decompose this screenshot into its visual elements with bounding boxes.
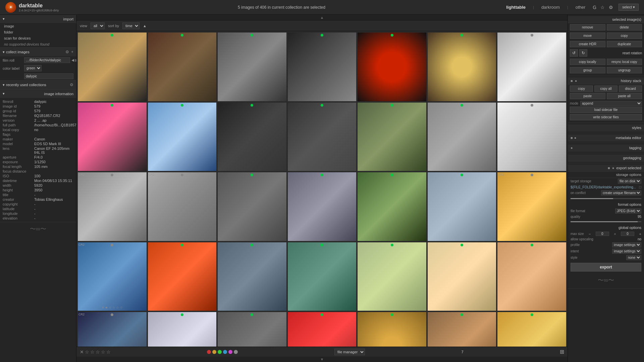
thumb-16[interactable]: CR2 bbox=[148, 172, 217, 241]
geotagging-header[interactable]: geotagging bbox=[568, 155, 644, 162]
export-dot-icon[interactable]: ● bbox=[612, 166, 614, 170]
thumb-12[interactable] bbox=[358, 103, 426, 171]
thumb-9[interactable] bbox=[148, 103, 217, 171]
move-button[interactable]: move bbox=[570, 33, 605, 39]
slider-track[interactable] bbox=[571, 198, 641, 199]
tagging-header[interactable]: ● tagging bbox=[568, 144, 644, 152]
metadata-dot-icon[interactable]: ● bbox=[574, 136, 577, 140]
write-sidecar-button[interactable]: write sidecar files bbox=[570, 114, 642, 120]
history-discard-button[interactable]: discard bbox=[619, 85, 642, 92]
thumb-3[interactable] bbox=[218, 33, 286, 101]
thumb-35[interactable] bbox=[497, 312, 566, 347]
thumb-13[interactable] bbox=[428, 103, 496, 171]
rotate-cw-button[interactable]: ↻ bbox=[579, 49, 587, 57]
color-dot-purple[interactable] bbox=[228, 350, 232, 354]
collect-colorlabel-select[interactable]: green bbox=[24, 65, 42, 71]
bottom-stars[interactable]: ✕ ☆ ☆ ☆ ☆ ☆ bbox=[80, 349, 111, 355]
thumb-14[interactable] bbox=[497, 103, 566, 171]
group-button[interactable]: group bbox=[570, 67, 605, 73]
bottom-fullscreen-icon[interactable]: ⊞ bbox=[560, 349, 564, 355]
import-scan-devices[interactable]: scan for devices bbox=[0, 35, 76, 41]
bottom-expand-arrow[interactable]: ▼ bbox=[76, 357, 568, 362]
thumb-11[interactable] bbox=[288, 103, 357, 171]
history-paste-all-button[interactable]: paste all bbox=[607, 93, 642, 99]
tagging-dot-icon[interactable]: ● bbox=[571, 146, 573, 150]
view-select[interactable]: all bbox=[91, 22, 105, 29]
mode-other[interactable]: other bbox=[574, 4, 588, 10]
star-icon[interactable]: ☆ bbox=[600, 5, 605, 10]
thumb-10[interactable] bbox=[218, 103, 286, 171]
sort-direction-icon[interactable]: ▲ bbox=[143, 24, 147, 28]
collect-add-icon[interactable]: + bbox=[71, 50, 73, 54]
image-info-header[interactable]: ▾ image information bbox=[0, 89, 76, 98]
color-dot-green[interactable] bbox=[218, 350, 222, 354]
import-header[interactable]: ▾ import bbox=[0, 15, 76, 23]
duplicate-button[interactable]: duplicate bbox=[607, 41, 642, 47]
load-sidecar-button[interactable]: load sidecar file bbox=[570, 107, 642, 113]
star-4[interactable]: ☆ bbox=[101, 349, 105, 355]
thumb-30[interactable] bbox=[148, 312, 217, 347]
star-1[interactable]: ☆ bbox=[85, 349, 89, 355]
thumb-27[interactable] bbox=[428, 242, 496, 311]
collect-images-header[interactable]: ▾ collect images ⚙ + bbox=[0, 48, 76, 56]
on-conflict-select[interactable]: create unique filename bbox=[601, 190, 641, 195]
star-reject[interactable]: ✕ bbox=[80, 349, 84, 355]
recently-gear-icon[interactable]: ⚙ bbox=[70, 82, 73, 87]
thumb-20[interactable] bbox=[428, 172, 496, 241]
thumb-2[interactable] bbox=[148, 33, 217, 101]
max-size-minus[interactable]: − bbox=[589, 232, 591, 236]
recently-used-header[interactable]: ▾ recently used collections ⚙ bbox=[0, 80, 76, 89]
resync-local-copy-button[interactable]: resync local copy bbox=[607, 59, 642, 65]
thumb-22[interactable]: CR2 ✕ ★ ☆ ☆ ☆ ☆ bbox=[78, 242, 147, 311]
bottom-view-select[interactable]: file manager bbox=[334, 349, 365, 355]
color-dot-yellow[interactable] bbox=[212, 350, 216, 354]
file-format-select[interactable]: JPEG (8-bit) bbox=[615, 208, 641, 214]
top-expand-arrow[interactable]: ▲ bbox=[76, 15, 568, 20]
path-edit-icon[interactable]: □ bbox=[639, 185, 641, 189]
thumb-23[interactable] bbox=[148, 242, 217, 311]
color-dot-blue[interactable] bbox=[223, 350, 227, 354]
mode-select[interactable]: append bbox=[580, 101, 642, 106]
thumb-15[interactable]: CR2 bbox=[78, 172, 147, 241]
intent-select[interactable]: image settings bbox=[612, 249, 641, 254]
thumb-7[interactable] bbox=[497, 33, 566, 101]
history-paste-button[interactable]: paste bbox=[570, 93, 605, 99]
thumb-32[interactable] bbox=[288, 312, 357, 347]
copy-locally-button[interactable]: copy locally bbox=[570, 59, 605, 65]
geolocation-icon[interactable]: G bbox=[593, 5, 596, 10]
mode-darkroom[interactable]: darkroom bbox=[539, 4, 562, 10]
color-dot-red[interactable] bbox=[207, 350, 211, 354]
settings-icon[interactable]: ⚙ bbox=[609, 5, 613, 10]
export-button[interactable]: export bbox=[571, 263, 641, 272]
thumb-8[interactable] bbox=[78, 103, 147, 171]
image-grid[interactable]: CR2 CR2 bbox=[76, 31, 568, 347]
collect-dailypic-input[interactable] bbox=[24, 73, 73, 79]
thumb-28[interactable] bbox=[497, 242, 566, 311]
ungroup-button[interactable]: ungroup bbox=[607, 67, 642, 73]
remove-button[interactable]: remove bbox=[570, 24, 605, 31]
profile-select[interactable]: image settings bbox=[612, 242, 641, 247]
export-config-icon[interactable]: ■ bbox=[608, 166, 610, 170]
thumb-24[interactable] bbox=[218, 242, 286, 311]
thumb-17[interactable] bbox=[218, 172, 286, 241]
star-3[interactable]: ☆ bbox=[96, 349, 100, 355]
history-copy-all-button[interactable]: copy all bbox=[594, 85, 618, 92]
quality-slider-track[interactable] bbox=[571, 221, 641, 222]
thumb-25[interactable] bbox=[288, 242, 357, 311]
max-size-h-input[interactable] bbox=[621, 232, 634, 236]
collect-filmroll-input[interactable] bbox=[24, 57, 70, 63]
max-size-plus[interactable]: + bbox=[639, 232, 641, 236]
thumb-1[interactable] bbox=[78, 33, 147, 101]
styles-header[interactable]: styles bbox=[568, 124, 644, 131]
thumb-31[interactable] bbox=[218, 312, 286, 347]
create-hdr-button[interactable]: create HDR bbox=[570, 41, 605, 47]
rotate-ccw-button[interactable]: ↺ bbox=[570, 49, 578, 57]
thumb-21[interactable]: CR2 bbox=[497, 172, 566, 241]
import-image[interactable]: image bbox=[0, 23, 76, 29]
thumb-34[interactable] bbox=[428, 312, 496, 347]
color-dot-gray[interactable] bbox=[234, 350, 238, 354]
thumb-4[interactable] bbox=[288, 33, 357, 101]
thumb-18[interactable] bbox=[288, 172, 357, 241]
bottom-color-dots[interactable] bbox=[207, 350, 238, 354]
target-storage-select[interactable]: file on disk bbox=[618, 179, 641, 184]
